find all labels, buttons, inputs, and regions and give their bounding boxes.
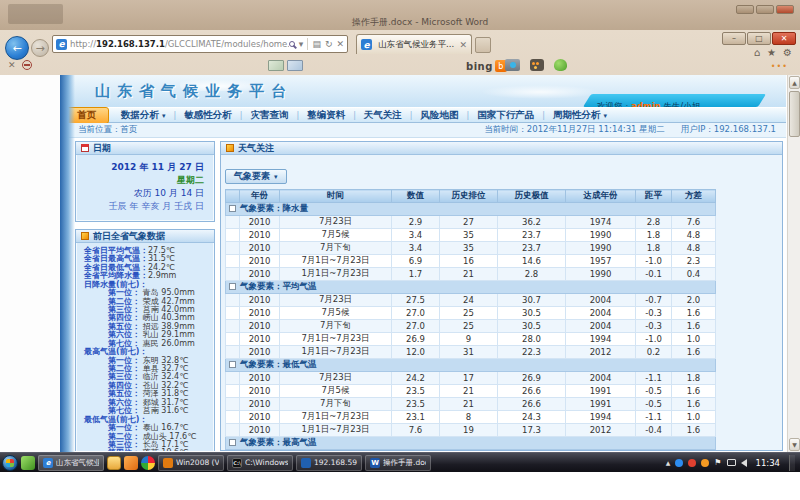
rank-station-value[interactable]: 莒南 31.6℃ <box>143 406 188 415</box>
close-button[interactable]: ✕ <box>772 32 796 45</box>
scrollbar-thumb[interactable] <box>789 91 800 137</box>
close-addon-bar-icon[interactable]: ✕ <box>8 60 16 70</box>
cell: 27 <box>440 216 498 229</box>
show-desktop-button[interactable] <box>789 455 795 471</box>
group-checkbox[interactable] <box>229 205 236 212</box>
paw-addon-icon[interactable] <box>530 59 544 71</box>
restore-button[interactable]: □ <box>747 32 771 45</box>
start-button[interactable] <box>2 455 18 471</box>
cell: 31 <box>440 346 498 359</box>
cell: -1.1 <box>636 411 672 424</box>
hidden-icons-arrow-icon[interactable]: ▲ <box>666 459 671 466</box>
cell: 2010 <box>240 320 280 333</box>
new-tab-button[interactable] <box>475 37 491 53</box>
group-checkbox[interactable] <box>229 439 236 446</box>
pinned-app-orange-icon[interactable] <box>124 456 138 470</box>
home-icon[interactable]: ⌂ <box>754 47 760 58</box>
calendar-ganzhi: 壬辰 年 辛亥 月 壬戌 日 <box>80 200 204 213</box>
column-header-0: 年份 <box>240 190 280 203</box>
nav-item-2[interactable]: 敏感性分析 <box>176 108 240 123</box>
group-header-cell: 气象要素：平均气温 <box>226 281 716 294</box>
cell: 2004 <box>566 307 636 320</box>
speaker-icon[interactable] <box>741 459 747 467</box>
more-options-dots-icon[interactable]: ••• <box>771 62 788 71</box>
rank-station-value[interactable]: 蓬莱 19.6℃ <box>143 448 188 451</box>
explorer-folder-icon[interactable] <box>107 456 121 470</box>
background-window-controls <box>736 5 794 14</box>
nav-item-0[interactable]: 首页 <box>64 107 109 124</box>
nav-item-3[interactable]: 灾害查询 <box>242 108 296 123</box>
search-icon[interactable] <box>289 41 295 47</box>
tray-blue-icon[interactable] <box>675 459 683 467</box>
taskbar-clock[interactable]: 11:34 <box>752 458 785 468</box>
action-center-flag-icon[interactable]: ⚑ <box>714 459 721 467</box>
stop-icon[interactable]: ✕ <box>336 40 344 49</box>
bing-logo: bing <box>466 61 493 72</box>
cell: -1.1 <box>636 372 672 385</box>
weather-element-button[interactable]: 气象要素▾ <box>225 169 287 184</box>
vertical-scrollbar[interactable]: ▲ ▼ <box>787 75 800 452</box>
calendar-panel: 日期 2012 年 11 月 27 日 星期二 农历 10 月 14 日 壬辰 … <box>75 141 215 222</box>
cell: 1月1日~7月23日 <box>280 268 392 281</box>
tools-gear-icon[interactable]: ⚙ <box>783 47 792 58</box>
pinned-browser-icon[interactable] <box>141 456 155 470</box>
cell: 23.7 <box>498 242 566 255</box>
taskbar-window-0[interactable]: e山东省气候业务平... <box>38 455 104 471</box>
cell: 6.9 <box>392 255 440 268</box>
search-dropdown-icon[interactable]: ▾ <box>299 40 304 49</box>
card-icon-blue[interactable] <box>287 60 303 71</box>
back-arrow-icon: ← <box>12 43 21 54</box>
refresh-icon[interactable]: ↻ <box>325 40 333 49</box>
tab-title: 山东省气候业务平... <box>378 39 456 51</box>
taskbar-window-1[interactable]: Win2008 (VS2... <box>158 455 224 471</box>
compatibility-view-icon[interactable]: ▤ <box>312 40 321 49</box>
network-icon[interactable] <box>727 459 736 466</box>
group-checkbox[interactable] <box>229 361 236 368</box>
tray-orange-icon[interactable] <box>701 459 709 467</box>
group-checkbox[interactable] <box>229 283 236 290</box>
rank-station-value[interactable]: 惠民 26.0mm <box>143 339 195 348</box>
cell: 2004 <box>566 294 636 307</box>
cell: 19 <box>440 424 498 437</box>
forward-button[interactable]: → <box>31 39 49 57</box>
group-header-cell: 气象要素：最高气温 <box>226 437 716 450</box>
nav-item-4[interactable]: 整编资料 <box>299 108 353 123</box>
tab-close-icon[interactable]: ✕ <box>459 40 467 50</box>
favorites-star-icon[interactable]: ★ <box>767 47 776 58</box>
cell: -0.3 <box>636 320 672 333</box>
table-header-checkbox-cell <box>226 190 240 203</box>
green-addon-icon[interactable] <box>554 59 567 71</box>
blocked-icon[interactable] <box>22 60 32 70</box>
address-bar[interactable]: e http://192.168.137.1/GLCCLIMATE/module… <box>52 35 348 53</box>
row-checkbox-cell <box>226 229 240 242</box>
bing-toolbar[interactable]: bing b <box>466 60 507 72</box>
card-icon-green[interactable] <box>268 60 284 71</box>
welcome-badge: 欢迎您：admin 先生/小姐 <box>587 94 762 107</box>
taskbar-window-2[interactable]: C:\C:\Windows\sy... <box>227 455 293 471</box>
taskbar-window-3[interactable]: 192.168.59.99... <box>296 455 362 471</box>
cell: 2.8 <box>636 216 672 229</box>
nav-item-1[interactable]: 数据分析▾ <box>113 108 174 123</box>
nav-item-5[interactable]: 天气关注 <box>356 108 410 123</box>
cell: 4.8 <box>672 229 716 242</box>
cell: 16 <box>440 255 498 268</box>
back-button[interactable]: ← <box>5 36 29 60</box>
camera-addon-icon[interactable] <box>505 59 520 71</box>
weather-data-panel: 前日全省气象数据 全省日平均气温：27.5℃全省日最高气温：31.5℃全省日最低… <box>75 229 215 451</box>
scroll-up-arrow-icon[interactable]: ▲ <box>789 76 800 89</box>
scroll-down-arrow-icon[interactable]: ▼ <box>789 438 800 451</box>
pinned-app-green-icon[interactable] <box>21 456 35 470</box>
nav-item-7[interactable]: 国家下行产品 <box>469 108 542 123</box>
page-title: 山东省气候业务平台 <box>95 82 293 101</box>
taskbar-window-4[interactable]: W操作手册.docx -... <box>365 455 431 471</box>
weather-watch-panel: 天气关注 气象要素▾ <box>220 141 783 451</box>
row-checkbox-cell <box>226 294 240 307</box>
tray-red-icon[interactable] <box>688 459 696 467</box>
minimize-button[interactable]: – <box>722 32 746 45</box>
nav-item-6[interactable]: 风险地图 <box>413 108 467 123</box>
column-header-5: 达成年份 <box>566 190 636 203</box>
vm-icon <box>163 458 173 468</box>
browser-tab[interactable]: e 山东省气候业务平... ✕ <box>356 34 472 54</box>
nav-item-8[interactable]: 周期性分析▾ <box>545 108 615 123</box>
url-text[interactable]: http://192.168.137.1/GLCCLIMATE/modules/… <box>70 39 289 49</box>
